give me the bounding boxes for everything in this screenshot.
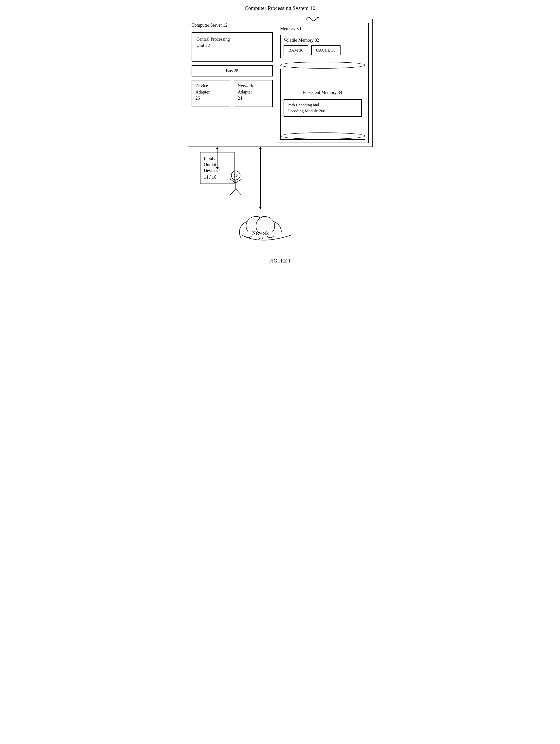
cylinder-container: Persistent Memory 34 Path Encoding andDe… <box>280 62 365 140</box>
diagram-page: Computer Processing System 10 Computer S… <box>188 5 372 264</box>
svg-marker-7 <box>259 207 262 209</box>
cpu-label: Central ProcessingUnit 22 <box>197 36 230 48</box>
cylinder-top <box>280 62 365 69</box>
device-adapter-label: DeviceAdapter26 <box>196 83 210 102</box>
adapters-row: DeviceAdapter26 NetworkAdapter24 <box>192 80 273 107</box>
cache-box: CACHE 38 <box>311 45 341 55</box>
cylinder-body: Persistent Memory 34 Path Encoding andDe… <box>280 69 365 140</box>
io-devices-label: Input /OutputDevices14 / 16 <box>204 156 218 180</box>
svg-marker-2 <box>216 147 219 149</box>
svg-marker-5 <box>259 147 262 149</box>
cache-label: CACHE 38 <box>316 48 335 52</box>
memory-label: Memory 30 <box>280 26 365 31</box>
ram-box: RAM 36 <box>284 45 308 55</box>
svg-text:Network: Network <box>252 230 269 235</box>
svg-line-12 <box>236 179 242 183</box>
network-cloud: Network 20 <box>239 216 292 245</box>
path-encoding-label: Path Encoding andDecoding Module 200 <box>287 103 325 113</box>
network-adapter-box: NetworkAdapter24 <box>234 80 273 107</box>
io-devices-box: Input /OutputDevices14 / 16 <box>200 152 235 184</box>
memory-panel: Memory 30 Volatile Memory 32 RAM 36 CACH… <box>277 23 369 143</box>
computer-server-label: Computer Server 12 <box>192 23 273 28</box>
computer-processing-system-box: Computer Server 12 Central ProcessingUni… <box>188 19 372 147</box>
computer-server-panel: Computer Server 12 Central ProcessingUni… <box>192 23 273 143</box>
persistent-memory-wrapper: Persistent Memory 34 Path Encoding andDe… <box>280 62 365 140</box>
device-adapter-box: DeviceAdapter26 <box>192 80 231 107</box>
svg-line-13 <box>230 189 236 195</box>
bus-label: Bus 28 <box>226 68 238 73</box>
below-section: 18 <box>188 147 372 251</box>
cylinder-bottom-ellipse <box>280 133 365 139</box>
cpu-box: Central ProcessingUnit 22 <box>192 32 273 62</box>
svg-text:20: 20 <box>258 236 263 241</box>
persistent-memory-label: Persistent Memory 34 <box>303 90 342 95</box>
bus-box: Bus 28 <box>192 65 273 76</box>
volatile-memory-box: Volatile Memory 32 RAM 36 CACHE 38 <box>280 35 365 58</box>
volatile-memory-label: Volatile Memory 32 <box>284 38 362 43</box>
figure-label: FIGURE 1 <box>188 258 372 264</box>
ram-label: RAM 36 <box>288 48 303 52</box>
network-adapter-label: NetworkAdapter24 <box>238 83 253 102</box>
path-encoding-box: Path Encoding andDecoding Module 200 <box>284 99 362 117</box>
page-title: Computer Processing System 10 <box>188 5 372 11</box>
svg-line-14 <box>236 189 241 195</box>
volatile-inner-row: RAM 36 CACHE 38 <box>284 45 362 55</box>
